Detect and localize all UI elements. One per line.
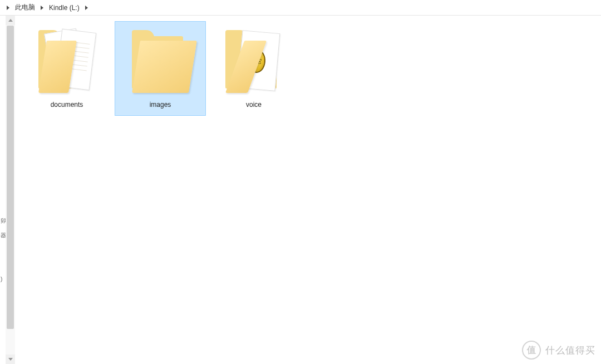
scroll-up-button[interactable] [6, 16, 15, 25]
scrollbar-thumb[interactable] [7, 26, 14, 329]
address-bar: 此电脑 Kindle (L:) [0, 0, 601, 16]
navpane-scrollbar[interactable] [6, 16, 15, 364]
chevron-down-icon [8, 358, 13, 361]
scroll-down-button[interactable] [6, 355, 15, 364]
navpane-edge: 卯 器 ) [0, 16, 6, 364]
item-label: voice [246, 101, 262, 109]
folder-icon: UE [223, 26, 284, 97]
chevron-right-icon[interactable] [41, 6, 43, 10]
breadcrumb-this-pc[interactable]: 此电脑 [13, 1, 37, 14]
chevron-right-icon[interactable] [7, 6, 9, 10]
chevron-up-icon [8, 19, 13, 22]
folder-item-images[interactable]: images [115, 21, 206, 116]
folder-icon [36, 26, 97, 97]
folder-icon [130, 26, 191, 97]
folder-item-voice[interactable]: UE voice [208, 21, 299, 116]
chevron-right-icon[interactable] [85, 6, 88, 10]
item-label: documents [51, 101, 83, 109]
item-label: images [150, 101, 171, 109]
folder-view[interactable]: documents images UE voice [16, 20, 601, 364]
folder-item-documents[interactable]: documents [21, 21, 112, 116]
breadcrumb-kindle-drive[interactable]: Kindle (L:) [47, 2, 82, 13]
